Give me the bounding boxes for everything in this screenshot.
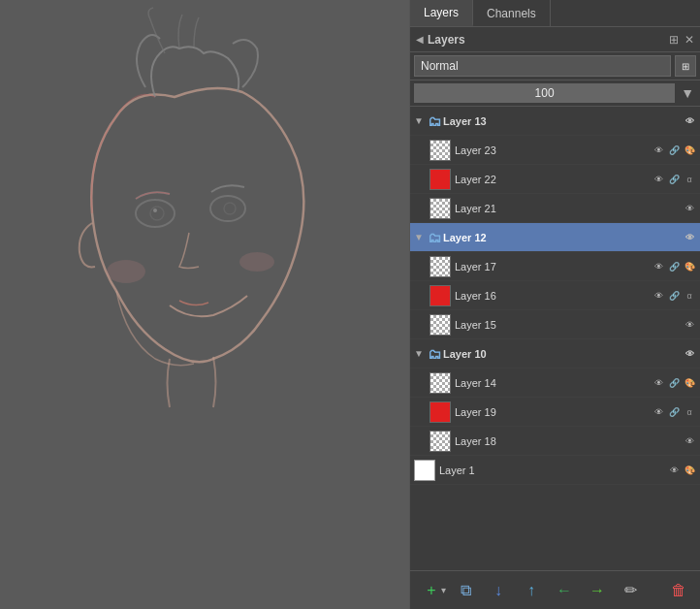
eye-icon[interactable]: 👁 [652, 260, 665, 273]
list-item[interactable]: Layer 14 👁 🔗 🎨 [410, 369, 700, 398]
list-item[interactable]: Layer 22 👁 🔗 α [410, 165, 700, 194]
layer-thumbnail [430, 285, 451, 306]
link-icon[interactable]: 🔗 [667, 289, 681, 303]
panel-header: ◀ Layers ⊞ ✕ [410, 27, 700, 52]
panel-menu-icon[interactable]: ⊞ [669, 33, 679, 47]
list-item[interactable]: Layer 21 👁 [410, 194, 700, 223]
list-item[interactable]: Layer 23 👁 🔗 🎨 [410, 136, 700, 165]
folder-icon: 🗂 [428, 113, 441, 129]
opacity-slider[interactable]: 100 [414, 83, 675, 103]
list-item[interactable]: Layer 15 👁 [410, 310, 700, 339]
layer-icons: 👁 [683, 434, 696, 448]
expand-arrow[interactable]: ▼ [414, 115, 428, 126]
layers-list: ▼ 🗂 Layer 13 👁 Layer 23 👁 🔗 🎨 Layer 22 👁… [410, 107, 700, 570]
layer-icons: 👁 🔗 α [652, 289, 696, 303]
eye-icon[interactable]: 👁 [683, 318, 696, 332]
list-item[interactable]: Layer 16 👁 🔗 α [410, 281, 700, 310]
list-item[interactable]: ▼ 🗂 Layer 10 👁 [410, 339, 700, 369]
list-item[interactable]: ▼ 🗂 Layer 13 👁 [410, 107, 700, 136]
eye-icon[interactable]: 👁 [652, 405, 665, 419]
move-layer-down-button[interactable]: ↓ [485, 577, 512, 604]
layer-thumbnail [430, 256, 451, 277]
layer-name: Layer 23 [455, 144, 652, 156]
layer-icons: 👁 [683, 231, 696, 244]
layer-thumbnail [430, 372, 451, 394]
eye-icon[interactable]: 👁 [683, 434, 696, 448]
eye-icon[interactable]: 👁 [652, 289, 665, 303]
move-layer-left-button[interactable]: ← [551, 577, 578, 604]
eye-icon[interactable]: 👁 [652, 173, 665, 186]
layer-thumbnail [430, 198, 451, 219]
eye-icon[interactable]: 👁 [683, 347, 696, 361]
opacity-arrow[interactable]: ▼ [679, 85, 696, 101]
move-layer-up-button[interactable]: ↑ [518, 577, 545, 604]
alpha-icon[interactable]: α [683, 173, 696, 186]
list-item[interactable]: Layer 1 👁 🎨 [410, 456, 700, 485]
list-item[interactable]: ▼ 🗂 Layer 12 👁 [410, 223, 700, 252]
plus-icon: + [427, 582, 435, 599]
delete-layer-button[interactable]: 🗑 [665, 577, 692, 604]
collapse-icon[interactable]: ◀ [416, 34, 424, 45]
tab-layers[interactable]: Layers [410, 0, 473, 26]
layer-icons: 👁 🎨 [667, 464, 696, 477]
trash-icon: 🗑 [671, 582, 686, 599]
arrow-left-icon: ← [557, 582, 572, 599]
eye-icon[interactable]: 👁 [667, 464, 681, 477]
link-icon[interactable]: 🔗 [667, 144, 681, 157]
panel-header-right: ⊞ ✕ [669, 33, 694, 47]
eye-icon[interactable]: 👁 [683, 202, 696, 215]
layer-icons: 👁 [683, 202, 696, 215]
list-item[interactable]: Layer 18 👁 [410, 427, 700, 456]
duplicate-icon: ⧉ [461, 582, 471, 599]
layer-name: Layer 16 [455, 290, 652, 302]
layer-name: Layer 14 [455, 377, 652, 389]
layer-thumbnail [430, 140, 451, 161]
eye-icon[interactable]: 👁 [683, 231, 696, 244]
layer-icons: 👁 🔗 🎨 [652, 144, 696, 157]
arrow-right-icon: → [589, 582, 605, 599]
panel-close-icon[interactable]: ✕ [684, 33, 694, 47]
link-icon[interactable]: 🔗 [667, 260, 681, 273]
arrow-down-icon: ↓ [494, 582, 502, 599]
layer-icons: 👁 [683, 347, 696, 361]
link-icon[interactable]: 🔗 [667, 173, 681, 186]
grid-button[interactable]: ⊞ [675, 55, 696, 77]
layer-name: Layer 10 [443, 348, 683, 360]
blend-mode-select[interactable]: Normal Multiply Screen Overlay [414, 55, 671, 77]
paint-icon[interactable]: 🎨 [683, 260, 696, 273]
layer-name: Layer 12 [443, 232, 683, 243]
expand-arrow[interactable]: ▼ [414, 348, 428, 359]
list-item[interactable]: Layer 17 👁 🔗 🎨 [410, 252, 700, 281]
eye-icon[interactable]: 👁 [683, 114, 696, 128]
link-icon[interactable]: 🔗 [667, 405, 681, 419]
layer-name: Layer 17 [455, 261, 652, 272]
layer-thumbnail [430, 401, 451, 423]
paint-icon[interactable]: 🎨 [683, 144, 696, 157]
duplicate-layer-button[interactable]: ⧉ [452, 577, 479, 604]
add-dropdown-arrow[interactable]: ▾ [441, 585, 446, 595]
paint-icon[interactable]: 🎨 [683, 464, 696, 477]
eye-icon[interactable]: 👁 [652, 376, 665, 390]
layer-icons: 👁 🔗 α [652, 173, 696, 186]
move-layer-right-button[interactable]: → [584, 577, 611, 604]
panel-title: Layers [428, 33, 465, 47]
edit-icon: ✏ [624, 581, 637, 599]
alpha-icon[interactable]: α [683, 405, 696, 419]
list-item[interactable]: Layer 19 👁 🔗 α [410, 398, 700, 427]
folder-icon: 🗂 [428, 230, 441, 245]
expand-arrow[interactable]: ▼ [414, 232, 428, 242]
alpha-icon[interactable]: α [683, 289, 696, 303]
tab-channels[interactable]: Channels [473, 0, 551, 26]
layer-icons: 👁 [683, 114, 696, 128]
add-layer-group: + ▾ [418, 577, 446, 604]
layer-name: Layer 13 [443, 115, 683, 127]
eye-icon[interactable]: 👁 [652, 144, 665, 157]
paint-icon[interactable]: 🎨 [683, 376, 696, 390]
folder-icon: 🗂 [428, 346, 441, 362]
edit-layer-button[interactable]: ✏ [617, 577, 644, 604]
arrow-up-icon: ↑ [527, 582, 535, 599]
layer-name: Layer 21 [455, 203, 683, 214]
right-panel: Layers Channels ◀ Layers ⊞ ✕ Normal Mult… [409, 0, 700, 609]
layer-thumbnail [430, 314, 451, 336]
link-icon[interactable]: 🔗 [667, 376, 681, 390]
